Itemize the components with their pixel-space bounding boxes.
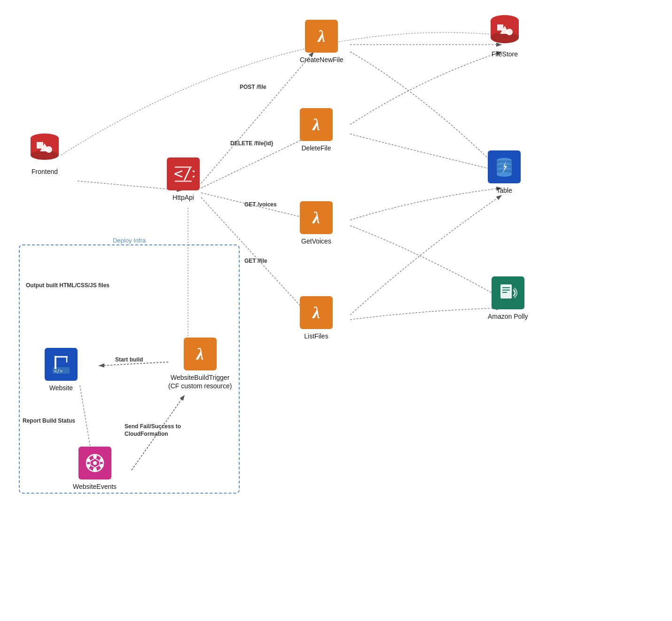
label-delete-file: DELETE /file{id} [230, 140, 273, 147]
filestore-label: FileStore [492, 50, 518, 58]
svg-line-52 [95, 458, 100, 461]
polly-svg [497, 282, 519, 304]
label-output-built: Output built HTML/CSS/JS files [26, 282, 109, 289]
label-get-file: GET /file [244, 258, 267, 264]
node-table: Table [488, 150, 521, 195]
polly-icon [492, 276, 524, 309]
svg-rect-38 [502, 292, 507, 293]
node-websiteEvents: WebsiteEvents [73, 447, 117, 491]
node-getVoices: λ GetVoices [300, 201, 333, 245]
svg-point-14 [31, 150, 59, 160]
lambda-symbol-2: λ [313, 115, 320, 134]
websiteBuildTrigger-icon: λ [184, 338, 217, 370]
dynamo-svg [493, 156, 516, 178]
websiteEvents-label: WebsiteEvents [73, 482, 117, 491]
httpapi-label: HttpApi [172, 193, 194, 202]
websiteBuildTrigger-label: WebsiteBuildTrigger (CF custom resource) [168, 373, 232, 390]
svg-point-48 [93, 468, 97, 472]
lambda-symbol-5: λ [196, 344, 204, 364]
table-icon [488, 150, 521, 183]
deleteFile-label: DeleteFile [301, 144, 331, 152]
svg-rect-37 [502, 290, 510, 291]
frontend-icon [28, 132, 61, 165]
node-deleteFile: λ DeleteFile [300, 108, 333, 152]
svg-line-54 [95, 465, 100, 468]
label-start-build: Start build [115, 356, 143, 363]
svg-rect-40 [55, 356, 56, 369]
svg-line-3 [201, 52, 314, 183]
httpapi-icon: </> [167, 157, 200, 190]
getVoices-icon: λ [300, 201, 333, 234]
diagram-canvas: Deploy Infra [0, 0, 672, 621]
node-filestore: FileStore [488, 13, 522, 58]
label-report-build: Report Build Status [23, 417, 75, 424]
website-icon: </> [45, 348, 78, 381]
svg-point-45 [93, 455, 97, 458]
label-send-fail: Send Fail/Success to CloudFormation [125, 423, 204, 438]
lambda-symbol-1: λ [318, 26, 325, 46]
svg-point-49 [86, 464, 90, 468]
svg-line-55 [90, 465, 95, 468]
getVoices-label: GetVoices [301, 237, 331, 245]
svg-point-46 [100, 458, 103, 462]
node-createNewFile: λ CreateNewFile [300, 20, 344, 64]
svg-rect-24 [497, 24, 503, 31]
label-post-file: POST /file [240, 84, 266, 90]
svg-point-33 [497, 172, 512, 177]
node-listFiles: λ ListFiles [300, 296, 333, 340]
filestore-icon [488, 13, 522, 47]
lambda-symbol-3: λ [313, 208, 320, 228]
svg-text:</>: </> [54, 369, 63, 374]
polly-label: Amazon Polly [488, 312, 528, 321]
listFiles-label: ListFiles [304, 332, 328, 340]
table-label: Table [496, 186, 512, 195]
deleteFile-icon: λ [300, 108, 333, 141]
listFiles-icon: λ [300, 296, 333, 329]
svg-rect-19 [175, 181, 192, 182]
websiteEvents-icon [78, 447, 111, 480]
label-get-voices: GET /voices [244, 201, 277, 208]
createNewFile-icon: λ [305, 20, 338, 53]
node-website: </> Website [45, 348, 78, 392]
node-polly: Amazon Polly [488, 276, 528, 321]
svg-point-47 [100, 464, 103, 468]
eventbridge-svg [84, 452, 106, 474]
node-httpapi: </> HttpApi [167, 157, 200, 202]
svg-line-57 [90, 458, 95, 461]
deploy-infra-label: Deploy Infra [113, 237, 146, 244]
codebuild-svg: </> [50, 353, 72, 376]
frontend-label: Frontend [31, 167, 58, 176]
apigw-svg: </> [172, 163, 195, 185]
node-frontend: Frontend [28, 132, 61, 176]
node-websiteBuildTrigger: λ WebsiteBuildTrigger (CF custom resourc… [168, 338, 232, 390]
website-label: Website [49, 384, 73, 392]
createNewFile-label: CreateNewFile [300, 55, 344, 64]
svg-rect-36 [502, 287, 510, 288]
svg-rect-35 [500, 284, 512, 299]
svg-point-50 [86, 458, 90, 462]
lambda-symbol-4: λ [313, 303, 320, 322]
svg-point-51 [93, 461, 97, 465]
svg-rect-20 [175, 166, 192, 168]
